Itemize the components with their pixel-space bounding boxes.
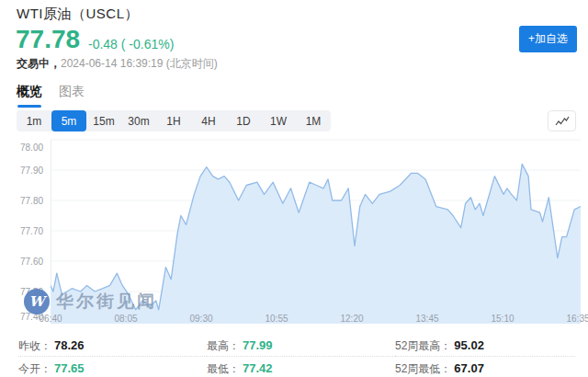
x-tick-label: 12:20 bbox=[340, 314, 363, 324]
interval-1m[interactable]: 1m bbox=[17, 110, 51, 131]
x-axis-labels: 06:4008:0509:3010:5512:2013:4515:1016:35 bbox=[0, 314, 588, 326]
stat-value: 95.02 bbox=[454, 338, 484, 352]
stat-value: 67.07 bbox=[454, 361, 484, 375]
x-tick-label: 16:35 bbox=[566, 314, 588, 324]
stat-cell: 52周最低：67.07 bbox=[395, 357, 575, 377]
price-change: -0.48 ( -0.61%) bbox=[88, 37, 174, 51]
tab-overview[interactable]: 概览 bbox=[17, 84, 42, 108]
stat-cell: 最低：77.42 bbox=[207, 357, 395, 377]
interval-1M[interactable]: 1M bbox=[296, 110, 331, 131]
trading-status: 交易中， bbox=[17, 57, 61, 70]
line-chart-icon bbox=[555, 116, 570, 127]
stat-label: 52周最高： bbox=[395, 339, 451, 352]
tab-chart[interactable]: 图表 bbox=[59, 84, 85, 108]
stat-cell: 最高：77.99 bbox=[207, 334, 395, 357]
trading-status-row: 交易中，2024-06-14 16:39:19 (北京时间) bbox=[17, 56, 218, 72]
stat-label: 今开： bbox=[18, 362, 51, 375]
interval-15m[interactable]: 15m bbox=[86, 110, 121, 131]
y-tick-label: 77.70 bbox=[20, 226, 43, 236]
x-tick-label: 13:45 bbox=[415, 314, 438, 324]
last-price: 77.78 bbox=[16, 25, 80, 54]
active-tab-underline bbox=[17, 105, 41, 108]
interval-30m[interactable]: 30m bbox=[121, 110, 156, 131]
watermark-text: 华尔街见闻 bbox=[56, 290, 157, 314]
stat-value: 77.99 bbox=[243, 338, 273, 352]
interval-1W[interactable]: 1W bbox=[261, 110, 296, 131]
stat-label: 52周最低： bbox=[395, 362, 451, 375]
interval-4H[interactable]: 4H bbox=[191, 110, 226, 131]
tabs: 概览图表 bbox=[17, 84, 85, 108]
stat-cell: 昨收：78.26 bbox=[18, 334, 207, 357]
interval-5m[interactable]: 5m bbox=[51, 110, 86, 131]
add-watchlist-button[interactable]: +加自选 bbox=[519, 26, 577, 52]
interval-1D[interactable]: 1D bbox=[226, 110, 261, 131]
stat-label: 最高： bbox=[207, 339, 240, 352]
stats-table: 昨收：78.26最高：77.9952周最高：95.02今开：77.65最低：77… bbox=[18, 334, 575, 377]
stat-value: 78.26 bbox=[54, 338, 85, 352]
interval-1H[interactable]: 1H bbox=[156, 110, 191, 131]
y-tick-label: 78.00 bbox=[20, 143, 43, 153]
quote-timestamp: 2024-06-14 16:39:19 (北京时间) bbox=[61, 57, 218, 70]
x-tick-label: 08:05 bbox=[114, 314, 137, 324]
stat-label: 昨收： bbox=[18, 339, 51, 352]
y-tick-label: 77.60 bbox=[20, 257, 43, 267]
stat-value: 77.42 bbox=[243, 361, 273, 375]
instrument-title: WTI原油（USCL） bbox=[17, 6, 139, 23]
x-tick-label: 06:40 bbox=[39, 314, 62, 324]
stat-value: 77.65 bbox=[54, 361, 85, 375]
y-tick-label: 77.80 bbox=[20, 196, 43, 206]
y-tick-label: 77.90 bbox=[20, 166, 43, 176]
x-tick-label: 15:10 bbox=[491, 314, 514, 324]
stat-cell: 今开：77.65 bbox=[18, 357, 207, 377]
watermark: W 华尔街见闻 bbox=[24, 289, 157, 314]
stat-cell: 52周最高：95.02 bbox=[395, 334, 575, 357]
wallstreetcn-logo-icon: W bbox=[24, 289, 50, 314]
chart-type-button[interactable] bbox=[548, 110, 576, 131]
interval-toolbar: 1m5m15m30m1H4H1D1W1M bbox=[17, 110, 331, 131]
stat-label: 最低： bbox=[207, 362, 240, 375]
x-tick-label: 09:30 bbox=[189, 314, 212, 324]
x-tick-label: 10:55 bbox=[265, 314, 288, 324]
